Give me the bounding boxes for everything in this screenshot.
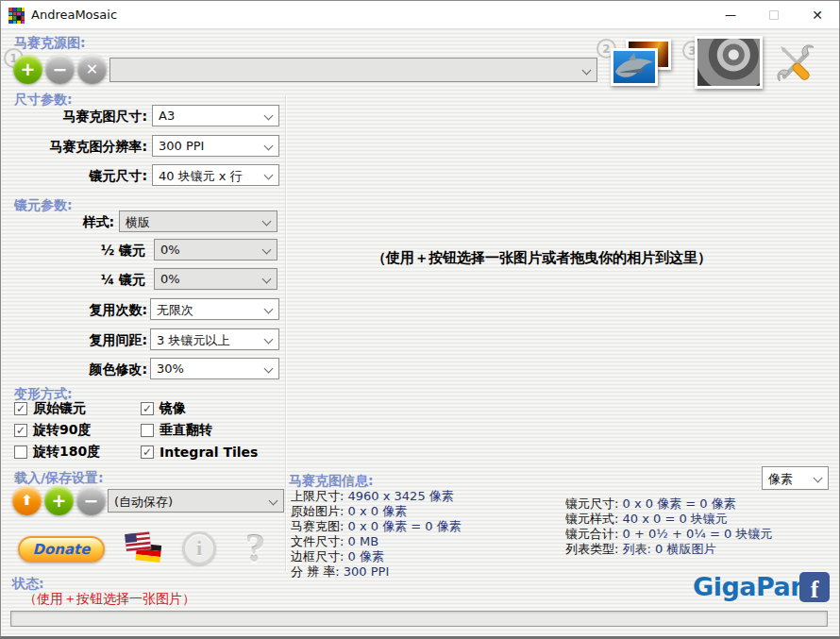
checkbox-mirror[interactable]: ✓ 镜像 [141, 401, 258, 416]
add-image-button[interactable]: + [13, 55, 42, 84]
half-tile-label: ½ 镶元 [8, 243, 145, 260]
info-value: 0 像素 [348, 549, 384, 563]
color-change-label: 颜色修改: [10, 362, 147, 378]
language-button[interactable] [125, 531, 162, 569]
half-tile-dropdown[interactable]: 0% [154, 239, 277, 261]
reuse-spacing-value: 3 块镶元以上 [157, 333, 229, 347]
donate-label: Donate [33, 541, 91, 558]
mosaic-size-label: 马赛克图尺寸: [10, 109, 147, 126]
tile-archive-thumbnail[interactable] [605, 35, 679, 92]
info-value: 0 x 0 像素 = 0 像素 [623, 496, 736, 511]
mosaic-resolution-dropdown[interactable]: 300 PPI [152, 135, 279, 157]
checkbox-vertical-flip[interactable]: 垂直翻转 [141, 423, 258, 438]
tools-button[interactable] [775, 42, 818, 88]
mosaic-size-dropdown[interactable]: A3 [152, 105, 279, 126]
checkbox-icon: ✓ [14, 424, 27, 437]
checkbox-icon [14, 446, 27, 459]
minimize-button[interactable]: — [709, 1, 752, 29]
tile-size-dropdown[interactable]: 40 块镶元 x 行 [152, 164, 279, 186]
tile-section-label: 镶元参数: [14, 197, 73, 214]
chevron-down-icon [264, 335, 274, 345]
reuse-count-label: 复用次数: [10, 302, 147, 319]
checkbox-label: Integral Tiles [160, 445, 258, 460]
info-label: 原始图片: [291, 504, 344, 518]
about-button[interactable]: i [182, 531, 216, 565]
progress-bar [10, 611, 828, 627]
reuse-spacing-dropdown[interactable]: 3 块镶元以上 [150, 328, 279, 350]
settings-value: (自动保存) [114, 495, 173, 509]
plus-icon: + [21, 60, 36, 78]
settings-dropdown[interactable]: (自动保存) [108, 489, 284, 513]
chevron-down-icon [262, 275, 272, 284]
color-change-value: 30% [157, 362, 184, 376]
donate-button[interactable]: Donate [18, 536, 105, 563]
wrench-screwdriver-icon [775, 42, 818, 84]
checkbox-icon: ✓ [141, 446, 154, 459]
chevron-down-icon [582, 66, 592, 76]
minus-icon: − [84, 492, 99, 510]
style-value: 横版 [126, 215, 150, 229]
chevron-down-icon [264, 171, 274, 180]
minimize-icon: — [725, 8, 736, 22]
reuse-count-dropdown[interactable]: 无限次 [150, 298, 279, 320]
checkbox-label: 镜像 [160, 400, 186, 417]
style-dropdown[interactable]: 横版 [119, 210, 277, 232]
info-label: 边框尺寸: [291, 549, 344, 563]
clear-images-button[interactable]: ✕ [77, 55, 107, 84]
chevron-down-icon [264, 364, 274, 374]
quarter-tile-label: ¼ 镶元 [8, 272, 145, 289]
info-label: 镶元尺寸: [565, 496, 618, 511]
info-label: 文件尺寸: [291, 534, 344, 548]
facebook-icon[interactable]: f [799, 572, 830, 602]
chevron-down-icon [262, 217, 272, 227]
color-change-dropdown[interactable]: 30% [150, 358, 279, 379]
settings-section-label: 载入/保存设置: [14, 470, 104, 487]
quarter-tile-value: 0% [160, 272, 180, 286]
flags-icon [125, 531, 162, 565]
remove-image-button[interactable]: − [45, 55, 75, 84]
info-label: 上限尺寸: [291, 489, 344, 503]
quarter-tile-dropdown[interactable]: 0% [154, 268, 277, 290]
info-resolution: 分 辨 率: 300 PPI [291, 563, 389, 580]
style-label: 样式: [0, 214, 114, 231]
checkbox-label: 垂直翻转 [160, 422, 212, 439]
chevron-down-icon [262, 245, 272, 255]
source-section-label: 马赛克源图: [14, 35, 86, 52]
mosaic-size-value: A3 [159, 109, 175, 123]
checkbox-integral-tiles[interactable]: ✓ Integral Tiles [141, 445, 258, 460]
delete-settings-button[interactable]: − [76, 486, 106, 515]
checkbox-rotate-90[interactable]: ✓ 旋转90度 [14, 423, 141, 438]
half-tile-value: 0% [160, 243, 180, 257]
checkbox-original-tile[interactable]: ✓ 原始镶元 [14, 401, 141, 416]
info-label: 马赛克图: [291, 519, 344, 533]
checkbox-rotate-180[interactable]: 旋转180度 [14, 445, 141, 460]
chevron-down-icon [814, 474, 823, 483]
chevron-down-icon [264, 305, 274, 314]
panel-divider [285, 95, 286, 572]
minus-icon: − [53, 60, 68, 78]
size-section-label: 尺寸参数: [14, 92, 73, 109]
close-button[interactable]: ✕ [796, 1, 839, 29]
maximize-button[interactable] [752, 1, 796, 29]
mosaic-preview-thumbnail[interactable] [695, 36, 763, 89]
info-value: 4960 x 3425 像素 [348, 489, 454, 503]
unit-dropdown[interactable]: 像素 [762, 466, 829, 490]
mosaic-resolution-label: 马赛克图分辨率: [10, 139, 147, 156]
chevron-down-icon [264, 111, 274, 121]
unit-value: 像素 [768, 472, 793, 486]
andreamosaic-window: AndreaMosaic — ✕ 马赛克源图: 1 + − ✕ 2 [0, 0, 840, 639]
facebook-f-glyph: f [811, 579, 819, 602]
source-image-dropdown[interactable] [109, 58, 597, 82]
checkbox-icon [141, 424, 154, 437]
gigapan-logo[interactable]: GigaPan [693, 572, 808, 601]
transform-options: ✓ 原始镶元 ✓ 镜像 ✓ 旋转90度 垂直翻转 旋转180度 ✓ Integr… [14, 401, 258, 460]
load-settings-button[interactable]: ⬆ [12, 486, 42, 515]
info-value: 300 PPI [344, 564, 389, 579]
help-button[interactable]: ? [245, 526, 265, 571]
drop-hint-text: （使用＋按钮选择一张图片或者拖曳你的相片到这里） [372, 249, 712, 267]
info-label: 镶元合计: [565, 527, 618, 541]
title-bar: AndreaMosaic — ✕ [1, 1, 839, 29]
window-title: AndreaMosaic [31, 8, 117, 22]
save-settings-button[interactable]: + [44, 486, 74, 515]
chevron-down-icon [269, 496, 278, 506]
